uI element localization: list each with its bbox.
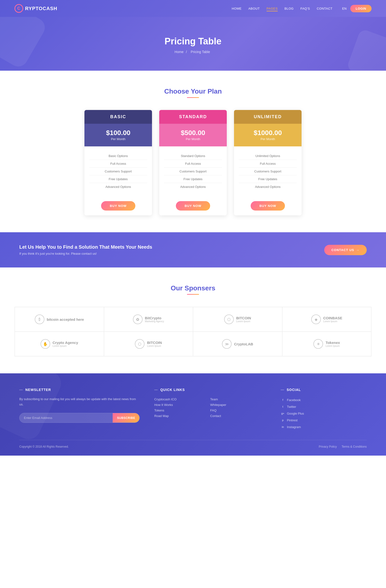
- nav-item-contact[interactable]: CONTACT: [317, 6, 332, 11]
- footer-links-grid: Cryptocash ICO How It Works Tokens Road …: [154, 397, 266, 419]
- subscribe-button[interactable]: SUBSCRIBE: [113, 413, 139, 422]
- sponsor-icon-3: ◈: [311, 315, 321, 324]
- feature-unlimited-3: Free Updates: [239, 175, 297, 183]
- email-form: SUBSCRIBE: [19, 413, 140, 423]
- sponsor-icon-6: ≫: [222, 339, 232, 349]
- sponsors-underline: [187, 294, 199, 295]
- feature-basic-1: Full Access: [89, 160, 147, 168]
- feature-basic-3: Free Updates: [89, 175, 147, 183]
- footer-link-roadmap[interactable]: Road Map: [154, 413, 210, 419]
- feature-unlimited-0: Unlimited Options: [239, 152, 297, 160]
- buy-now-basic[interactable]: BUY NOW: [101, 201, 135, 210]
- sponsor-name-5: BITCOIN: [147, 340, 162, 345]
- nav-right: EN LOGIN: [342, 5, 371, 12]
- card-features-basic: Basic Options Full Access Customers Supp…: [85, 147, 152, 196]
- sponsor-icon-2: ⬡: [224, 315, 234, 324]
- social-googleplus[interactable]: g+ Google Plus: [280, 410, 367, 417]
- card-features-unlimited: Unlimited Options Full Access Customers …: [234, 147, 301, 196]
- buy-now-unlimited[interactable]: BUY NOW: [251, 201, 285, 210]
- card-amount-standard: $500.00: [164, 129, 222, 137]
- sponsor-name-1: BitCrypto: [145, 316, 164, 320]
- breadcrumb-separator: /: [186, 50, 187, 54]
- cta-banner: Let Us Help You to Find a Solution That …: [0, 232, 386, 268]
- sponsor-item-0: ₿ bitcoin accepted here: [15, 307, 104, 332]
- contact-us-label: CONTACT US: [331, 248, 354, 252]
- card-price-standard: $500.00 Per Month: [159, 124, 227, 147]
- sponsor-icon-5: ⬡: [135, 339, 145, 349]
- login-button[interactable]: LOGIN: [350, 5, 371, 12]
- pricing-cards: BASIC $100.00 Per Month Basic Options Fu…: [15, 110, 371, 215]
- nav-item-about[interactable]: ABOUT: [248, 6, 259, 11]
- card-header-unlimited: UNLIMITED: [234, 110, 301, 124]
- footer-quick-links: QUICK LINKS Cryptocash ICO How It Works …: [154, 388, 266, 430]
- nav-item-faqs[interactable]: FAQ'S: [300, 6, 310, 11]
- sponsor-item-3: ◈ COINBASE Lorem Ipsum: [282, 307, 371, 332]
- terms-link[interactable]: Terms & Conditions: [342, 445, 367, 448]
- card-period-basic: Per Month: [111, 137, 126, 141]
- footer-link-contact[interactable]: Contact: [210, 413, 266, 419]
- social-facebook[interactable]: f Facebook: [280, 397, 367, 403]
- card-features-standard: Standard Options Full Access Customers S…: [159, 147, 227, 196]
- sponsor-item-4: ✋ Crypto Agency Lorem Ipsum: [15, 332, 104, 356]
- arrow-icon: →: [356, 248, 360, 252]
- buy-now-standard[interactable]: BUY NOW: [176, 201, 210, 210]
- sponsor-sub-7: Lorem Ipsum: [325, 345, 340, 347]
- email-input[interactable]: [20, 413, 113, 422]
- card-period-unlimited: Per Month: [260, 137, 275, 141]
- footer-links-col1: Cryptocash ICO How It Works Tokens Road …: [154, 397, 210, 419]
- feature-standard-1: Full Access: [164, 160, 222, 168]
- nav-item-pages[interactable]: PAGES: [267, 6, 278, 11]
- sponsor-item-7: ✳ Tokenex Lorem Ipsum: [282, 332, 371, 356]
- googleplus-icon: g+: [280, 411, 285, 416]
- footer-grid: NEWSLETTER By subscribing to our mailing…: [19, 388, 367, 430]
- sponsor-name-4: Crypto Agency: [53, 340, 78, 345]
- sponsor-sub-4: Lorem Ipsum: [53, 345, 78, 347]
- sponsor-icon-1: ✿: [133, 315, 143, 324]
- card-header-basic: BASIC: [85, 110, 152, 124]
- footer-link-how[interactable]: How It Works: [154, 402, 210, 408]
- footer-link-team[interactable]: Team: [210, 397, 266, 402]
- card-btn-wrap-unlimited: BUY NOW: [234, 196, 301, 215]
- privacy-policy-link[interactable]: Privacy Policy: [319, 445, 337, 448]
- card-btn-wrap-basic: BUY NOW: [85, 196, 152, 215]
- feature-basic-2: Customers Support: [89, 168, 147, 175]
- footer-link-faq[interactable]: FAQ: [210, 408, 266, 413]
- sponsor-item-2: ⬡ BITCOIN Lorem Ipsum: [193, 307, 282, 332]
- twitter-icon: t: [280, 404, 285, 409]
- footer-link-ico[interactable]: Cryptocash ICO: [154, 397, 210, 402]
- breadcrumb-home[interactable]: Home: [175, 50, 184, 54]
- pricing-card-unlimited: UNLIMITED $1000.00 Per Month Unlimited O…: [234, 110, 301, 215]
- sponsor-name-7: Tokenex: [325, 340, 340, 345]
- copyright: Copyright © 2018 All Rights Reserved.: [19, 445, 69, 448]
- card-amount-basic: $100.00: [89, 129, 148, 137]
- logo-text: RYPTOCASH: [25, 6, 57, 11]
- hero-title: Pricing Table: [15, 36, 371, 46]
- card-amount-unlimited: $1000.00: [238, 129, 297, 137]
- facebook-icon: f: [280, 398, 285, 402]
- card-header-standard: STANDARD: [159, 110, 227, 124]
- card-price-basic: $100.00 Per Month: [85, 124, 152, 147]
- instagram-icon: in: [280, 425, 285, 429]
- footer-link-whitepaper[interactable]: Whitepaper: [210, 402, 266, 408]
- language-selector[interactable]: EN: [342, 7, 346, 10]
- sponsor-icon-7: ✳: [313, 339, 323, 349]
- feature-standard-0: Standard Options: [164, 152, 222, 160]
- feature-basic-4: Advanced Options: [89, 183, 147, 190]
- nav-item-home[interactable]: HOME: [232, 6, 241, 11]
- social-twitter[interactable]: t Twitter: [280, 403, 367, 410]
- nav-item-blog[interactable]: BLOG: [284, 6, 294, 11]
- newsletter-desc: By subscribing to our mailing list you w…: [19, 397, 140, 407]
- contact-us-button[interactable]: CONTACT US →: [324, 245, 367, 255]
- sponsors-section: Our Sponsers ₿ bitcoin accepted here ✿ B…: [0, 268, 386, 373]
- footer-social: SOCIAL f Facebook t Twitter g+ Google Pl…: [280, 388, 367, 430]
- social-instagram[interactable]: in Instagram: [280, 423, 367, 430]
- sponsor-icon-4: ✋: [41, 339, 50, 349]
- navbar: C RYPTOCASH HOME ABOUT PAGES BLOG FAQ'S …: [0, 0, 386, 17]
- social-pinterest[interactable]: p Pintrest: [280, 417, 367, 423]
- footer-link-tokens[interactable]: Tokens: [154, 408, 210, 413]
- sponsors-title: Our Sponsers: [15, 284, 371, 292]
- sponsors-grid: ₿ bitcoin accepted here ✿ BitCrypto Mark…: [15, 307, 371, 357]
- logo[interactable]: C RYPTOCASH: [15, 4, 57, 13]
- sponsor-name-0: bitcoin accepted here: [47, 317, 84, 321]
- feature-basic-0: Basic Options: [89, 152, 147, 160]
